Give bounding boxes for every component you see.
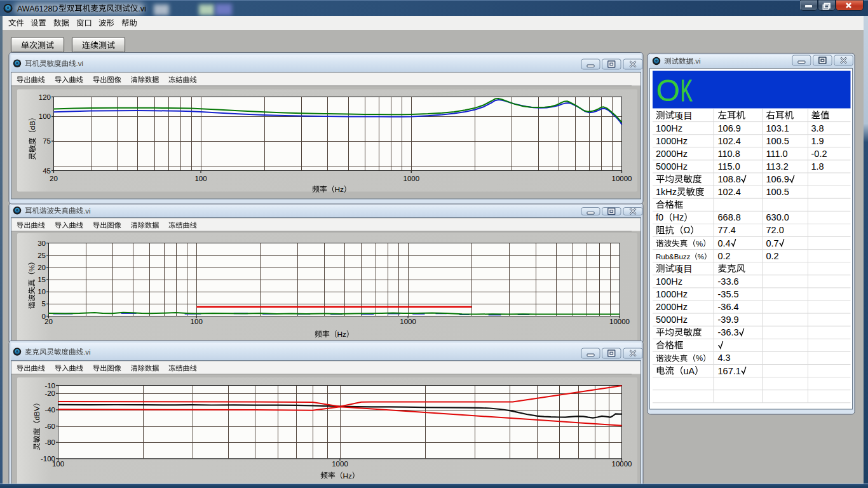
svg-text:111.0: 111.0 (766, 149, 788, 159)
svg-text:Hz: Hz (335, 185, 344, 194)
svg-text:100: 100 (52, 460, 64, 468)
svg-text:-20: -20 (44, 390, 55, 397)
svg-text:10000: 10000 (612, 460, 632, 468)
svg-text:Hz: Hz (337, 330, 347, 339)
svg-text:.vi: .vi (138, 4, 146, 13)
svg-text:10000: 10000 (609, 318, 630, 325)
svg-text:Ω: Ω (684, 225, 691, 235)
svg-text:Rub&Buzz: Rub&Buzz (656, 253, 691, 261)
svg-text:20: 20 (44, 318, 53, 325)
svg-text:-35.5: -35.5 (718, 289, 739, 299)
svg-text:dB: dB (28, 121, 37, 130)
svg-text:100: 100 (191, 318, 203, 325)
svg-text:630.0: 630.0 (766, 212, 789, 222)
svg-text:5000Hz: 5000Hz (656, 161, 688, 172)
svg-text:25: 25 (37, 252, 46, 259)
svg-text:Hz: Hz (343, 471, 353, 480)
svg-text:110.8: 110.8 (718, 149, 740, 159)
svg-text:dBV: dBV (32, 406, 41, 420)
svg-text:108.8: 108.8 (718, 174, 741, 184)
svg-text:%: % (27, 265, 36, 272)
svg-text:668.8: 668.8 (718, 212, 741, 222)
svg-text:30: 30 (37, 240, 46, 247)
svg-text:5: 5 (42, 300, 46, 308)
svg-text:.vi: .vi (76, 60, 84, 67)
svg-text:-10: -10 (44, 382, 55, 390)
svg-text:%: % (696, 240, 703, 248)
svg-text:120: 120 (39, 93, 51, 101)
svg-text:100: 100 (39, 112, 51, 120)
svg-text:-0.2: -0.2 (811, 149, 827, 159)
svg-text:项目: 项目 (674, 111, 693, 121)
svg-text:106.9: 106.9 (718, 123, 741, 133)
svg-text:2000Hz: 2000Hz (656, 302, 688, 312)
svg-text:167.1: 167.1 (718, 366, 741, 376)
svg-text:uA: uA (684, 366, 695, 376)
svg-text:0.2: 0.2 (766, 251, 779, 261)
svg-text:.vi: .vi (83, 207, 91, 215)
svg-text:45: 45 (43, 167, 51, 175)
svg-text:106.9: 106.9 (766, 174, 789, 184)
svg-text:4.3: 4.3 (718, 353, 731, 363)
svg-text:.vi: .vi (693, 57, 701, 65)
svg-text:10: 10 (37, 288, 46, 295)
svg-text:1000Hz: 1000Hz (656, 136, 688, 146)
svg-text:1000: 1000 (400, 318, 416, 325)
svg-text:%: % (696, 354, 703, 363)
svg-text:O: O (656, 74, 680, 107)
svg-text:100.5: 100.5 (766, 187, 789, 197)
svg-text:%: % (698, 253, 704, 261)
svg-text:100: 100 (194, 175, 207, 182)
svg-text:-80: -80 (44, 438, 55, 446)
svg-text:-39.9: -39.9 (718, 315, 739, 325)
svg-text:Hz: Hz (673, 212, 684, 222)
svg-text:1000: 1000 (332, 460, 348, 468)
svg-text:.vi: .vi (83, 348, 91, 356)
svg-text:115.0: 115.0 (718, 161, 740, 172)
svg-text:-36.3: -36.3 (718, 327, 739, 337)
svg-text:10000: 10000 (612, 175, 632, 182)
svg-text:1000Hz: 1000Hz (656, 289, 688, 299)
svg-text:113.2: 113.2 (766, 161, 789, 172)
svg-text:0.4: 0.4 (718, 238, 731, 248)
svg-text:103.1: 103.1 (766, 123, 789, 133)
svg-text:1.9: 1.9 (811, 136, 824, 146)
svg-text:100Hz: 100Hz (656, 276, 682, 287)
svg-text:1000: 1000 (403, 175, 420, 182)
svg-text:102.4: 102.4 (718, 136, 741, 146)
svg-text:-33.6: -33.6 (718, 276, 739, 287)
svg-text:1.8: 1.8 (811, 161, 824, 172)
svg-text:5000Hz: 5000Hz (656, 315, 688, 325)
svg-text:77.4: 77.4 (718, 225, 736, 235)
svg-text:-60: -60 (44, 423, 55, 430)
svg-text:0.2: 0.2 (718, 251, 731, 261)
svg-text:102.4: 102.4 (718, 187, 741, 197)
svg-text:AWA6128D: AWA6128D (17, 4, 58, 13)
svg-text:3.8: 3.8 (811, 123, 824, 133)
svg-text:75: 75 (43, 137, 51, 145)
svg-text:项目: 项目 (674, 264, 693, 274)
svg-text:-40: -40 (44, 406, 55, 414)
svg-text:20: 20 (50, 175, 58, 182)
svg-text:100Hz: 100Hz (656, 123, 682, 133)
svg-text:72.0: 72.0 (766, 225, 784, 235)
svg-text:20: 20 (37, 264, 46, 271)
svg-text:100.5: 100.5 (766, 136, 789, 146)
svg-text:f0: f0 (656, 212, 663, 222)
svg-text:K: K (681, 74, 693, 107)
svg-text:15: 15 (37, 276, 46, 283)
svg-text:0.7: 0.7 (766, 238, 779, 248)
svg-text:1kHz: 1kHz (656, 187, 677, 197)
svg-text:-36.4: -36.4 (718, 302, 739, 312)
svg-text:2000Hz: 2000Hz (656, 149, 688, 159)
